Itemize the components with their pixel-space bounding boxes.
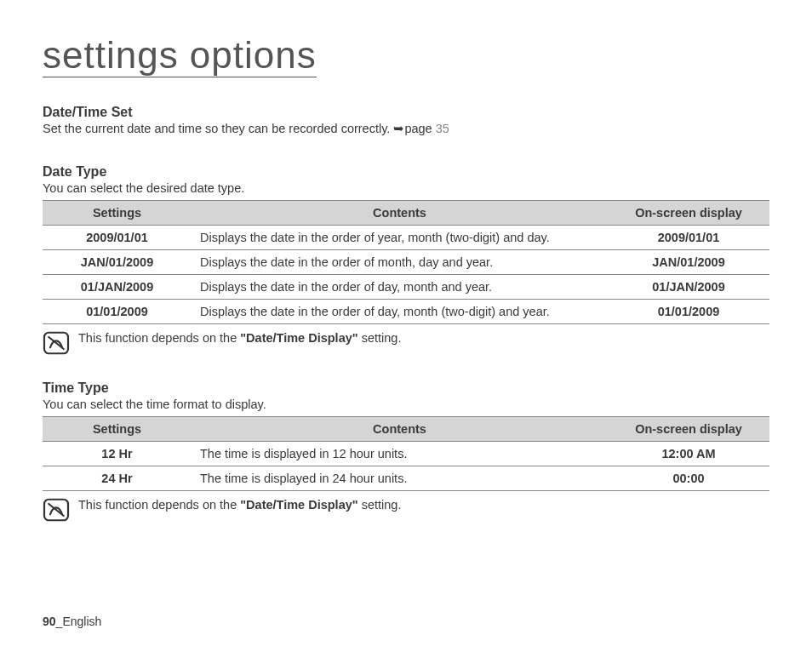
time-type-table: Settings Contents On-screen display 12 H… [43,416,769,491]
cell-display: 01/01/2009 [608,300,769,324]
cell-content: Displays the date in the order of year, … [192,226,608,250]
cell-display: JAN/01/2009 [608,250,769,275]
cell-content: Displays the date in the order of day, m… [192,300,608,324]
note-bold: "Date/Time Display" [240,498,357,512]
cell-display: 12:00 AM [608,442,769,466]
note-prefix: This function depends on the [78,331,240,345]
cell-display: 01/JAN/2009 [608,275,769,300]
note-prefix: This function depends on the [78,498,240,512]
page-number: 90 [43,615,56,628]
date-type-note: This function depends on the "Date/Time … [43,331,769,355]
cell-setting: 24 Hr [43,466,192,491]
note-bold: "Date/Time Display" [240,331,357,345]
table-row: 01/01/2009 Displays the date in the orde… [43,300,769,324]
note-icon [43,498,70,522]
table-row: 2009/01/01 Displays the date in the orde… [43,226,769,250]
time-type-note: This function depends on the "Date/Time … [43,498,769,522]
col-contents-header: Contents [192,417,608,442]
cell-content: The time is displayed in 24 hour units. [192,466,608,491]
desc-page-label: page [404,122,435,135]
date-time-set-desc: Set the current date and time so they ca… [43,122,769,135]
date-type-table: Settings Contents On-screen display 2009… [43,200,769,324]
table-row: 24 Hr The time is displayed in 24 hour u… [43,466,769,491]
note-suffix: setting. [358,498,402,512]
table-header-row: Settings Contents On-screen display [43,201,769,226]
note-text: This function depends on the "Date/Time … [78,331,401,345]
cell-content: The time is displayed in 12 hour units. [192,442,608,466]
cell-content: Displays the date in the order of day, m… [192,275,608,300]
footer-lang: English [62,615,101,628]
cell-display: 00:00 [608,466,769,491]
page-title: settings options [43,34,317,77]
page-ref-arrow-icon: ➥ [393,122,404,135]
cell-content: Displays the date in the order of month,… [192,250,608,275]
col-settings-header: Settings [43,201,192,226]
cell-display: 2009/01/01 [608,226,769,250]
col-settings-header: Settings [43,417,192,442]
note-icon [43,331,70,355]
col-display-header: On-screen display [608,201,769,226]
table-row: JAN/01/2009 Displays the date in the ord… [43,250,769,275]
desc-prefix: Set the current date and time so they ca… [43,122,393,135]
col-display-header: On-screen display [608,417,769,442]
table-row: 12 Hr The time is displayed in 12 hour u… [43,442,769,466]
col-contents-header: Contents [192,201,608,226]
cell-setting: JAN/01/2009 [43,250,192,275]
date-type-desc: You can select the desired date type. [43,181,769,195]
table-row: 01/JAN/2009 Displays the date in the ord… [43,275,769,300]
cell-setting: 2009/01/01 [43,226,192,250]
time-type-desc: You can select the time format to displa… [43,397,769,411]
date-type-heading: Date Type [43,164,769,180]
page-footer: 90_English [43,615,101,628]
date-time-set-heading: Date/Time Set [43,105,769,120]
note-text: This function depends on the "Date/Time … [78,498,401,512]
cell-setting: 01/JAN/2009 [43,275,192,300]
cell-setting: 01/01/2009 [43,300,192,324]
time-type-heading: Time Type [43,380,769,396]
desc-page-num: 35 [436,122,449,135]
cell-setting: 12 Hr [43,442,192,466]
table-header-row: Settings Contents On-screen display [43,417,769,442]
note-suffix: setting. [358,331,402,345]
